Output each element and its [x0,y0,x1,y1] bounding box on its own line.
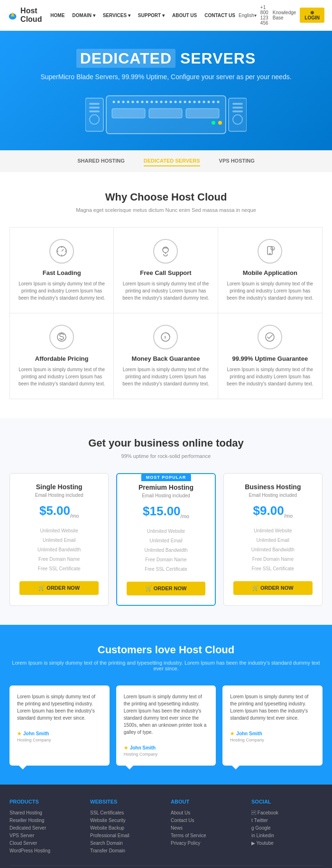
testimonial-text-2: Lorem Ipsum is simply dummy text of the … [124,693,209,736]
why-title: Why Choose Host Cloud [9,191,323,203]
testimonials-title: Customers love Host Cloud [9,644,323,656]
plan-sub-premium: Email Hosting included [127,493,205,498]
footer-link-linkedin[interactable]: in Linkedin [251,833,323,838]
svg-point-26 [198,101,201,103]
footer: PRODUCTS Shared Hosting Reseller Hosting… [0,785,332,868]
money-back-icon: $ [153,325,178,349]
footer-link-transfer-domain[interactable]: Transfer Domain [90,848,161,853]
main-nav: HOME DOMAIN SERVICES SUPPORT ABOUT US CO… [47,11,239,20]
footer-link-ssl[interactable]: SSL Certificates [90,810,161,815]
pricing-single: Single Hosting Email Hosting included $5… [9,473,109,606]
footer-link-google[interactable]: g Google [251,825,323,831]
author-name-2: John Smith [130,744,156,751]
footer-link-cloud[interactable]: Cloud Server [9,841,81,846]
pricing-section: Get your business online today 99% uptim… [0,418,332,625]
plan-name-single: Single Hosting [19,483,99,491]
author-company-3: Hosting Company [230,737,315,744]
plan-features-business: Unlimited Website Unlimited Email Unlimi… [233,526,313,574]
nav-contact[interactable]: CONTACT US [201,11,239,20]
phone-number: +1 800 123 456 [260,5,269,26]
footer-about-title: ABOUT [171,799,242,804]
feature-pricing: Affordable Pricing Lorem Ipsum is simply… [10,313,114,399]
footer-link-dedicated[interactable]: Dedicated Server [9,825,81,831]
order-btn-business[interactable]: 🛒 ORDER NOW [233,581,313,595]
nav-about[interactable]: ABOUT US [169,11,200,20]
pricing-icon [49,325,74,349]
footer-bottom: Copyright © 2021 RedCheap Theme, All Rig… [9,865,323,868]
svg-point-23 [184,101,186,103]
why-subtitle: Magna eget scelerisque metus dictum Nunc… [9,207,323,213]
logo[interactable]: Host Cloud [8,7,47,24]
subnav-dedicated[interactable]: DEDICATED SERVERS [144,156,200,166]
subnav-shared[interactable]: SHARED HOSTING [77,156,125,166]
footer-link-youtube[interactable]: ▶ Youtube [251,841,323,846]
nav-home[interactable]: HOME [47,11,68,20]
order-btn-single[interactable]: 🛒 ORDER NOW [19,581,99,595]
svg-point-16 [151,101,153,103]
svg-point-9 [118,101,120,103]
footer-link-backup[interactable]: Website Backup [90,825,161,831]
hero-title-rest: SERVERS [175,50,256,67]
language-selector[interactable]: English▾ [239,13,257,18]
plan-features-premium: Unlimited Website Unlimited Email Unlimi… [127,527,205,574]
feature-title-5: Money Back Guarantee [121,355,210,362]
plan-name-premium: Premium Hosting [127,484,205,491]
footer-link-twitter[interactable]: t Twitter [251,818,323,823]
footer-link-terms[interactable]: Terms of Service [171,833,242,838]
testimonial-3: Lorem Ipsum is simply dummy text of the … [222,685,323,766]
nav-services[interactable]: SERVICES [100,11,134,20]
order-btn-premium[interactable]: 🛒 ORDER NOW [127,582,205,595]
login-button[interactable]: ⊕ LOGIN [300,8,324,23]
footer-link-shared[interactable]: Shared Hosting [9,810,81,815]
footer-link-privacy[interactable]: Privacy Policy [171,841,242,846]
nav-support[interactable]: SUPPORT [135,11,168,20]
svg-point-13 [137,101,139,103]
svg-point-22 [179,101,182,103]
sub-navigation: SHARED HOSTING DEDICATED SERVERS VPS HOS… [0,150,332,172]
footer-grid: PRODUCTS Shared Hosting Reseller Hosting… [9,799,323,856]
footer-link-search-domain[interactable]: Search Domain [90,841,161,846]
footer-link-news[interactable]: News [171,825,242,831]
testimonials-section: Customers love Host Cloud Lorem Ipsum is… [0,625,332,785]
footer-link-vps[interactable]: VPS Server [9,833,81,838]
plan-price-premium: $15.00/mo [127,504,205,519]
nav-domain[interactable]: DOMAIN [69,11,98,20]
feature-title-2: Free Call Support [121,269,210,276]
header-right: English▾ +1 800 123 456 Knowledge Base ⊕… [239,5,324,26]
testimonials-grid: Lorem Ipsum is simply dummy text of the … [9,685,323,766]
svg-point-20 [170,101,172,103]
header: Host Cloud HOME DOMAIN SERVICES SUPPORT … [0,0,332,31]
svg-point-18 [160,101,163,103]
plan-price-single: $5.00/mo [19,503,99,519]
subnav-vps[interactable]: VPS HOSTING [219,156,255,166]
svg-point-35 [218,121,222,125]
svg-rect-37 [232,103,243,105]
feature-title-4: Affordable Pricing [18,355,106,362]
testimonial-text-1: Lorem Ipsum is simply dummy text of the … [17,693,102,722]
footer-link-email[interactable]: Professional Email [90,833,161,838]
svg-point-12 [132,101,134,103]
fast-loading-icon [49,239,74,264]
footer-link-reseller[interactable]: Reseller Hosting [9,818,81,823]
svg-rect-39 [232,110,243,112]
feature-money-back: $ Money Back Guarantee Lorem Ipsum is si… [114,313,218,399]
knowledge-base-link[interactable]: Knowledge Base [273,10,296,20]
popular-badge: MOST POPULAR [141,474,191,481]
footer-link-about-us[interactable]: About Us [171,810,242,815]
pricing-business: Business Hosting Email Hosting included … [223,473,323,606]
footer-link-wordpress[interactable]: WordPress Hosting [9,848,81,853]
feature-title-3: Mobile Application [226,269,314,276]
svg-point-8 [113,101,115,103]
logo-text: Host Cloud [20,7,47,24]
footer-link-facebook[interactable]:  Facebook [251,810,323,815]
svg-point-11 [127,101,129,103]
footer-link-contact-us[interactable]: Contact Us [171,818,242,823]
plan-features-single: Unlimited Website Unlimited Email Unlimi… [19,526,99,574]
author-name-3: John Smith [236,730,262,737]
svg-point-27 [203,101,205,103]
author-company-2: Hosting Company [124,751,209,758]
footer-link-security[interactable]: Website Security [90,818,161,823]
feature-fast-loading: Fast Loading Lorem Ipsum is simply dummy… [10,228,114,313]
testimonial-author-1: ★ John Smith Hosting Company [17,730,102,744]
feature-call-support: Free Call Support Lorem Ipsum is simply … [114,228,218,313]
